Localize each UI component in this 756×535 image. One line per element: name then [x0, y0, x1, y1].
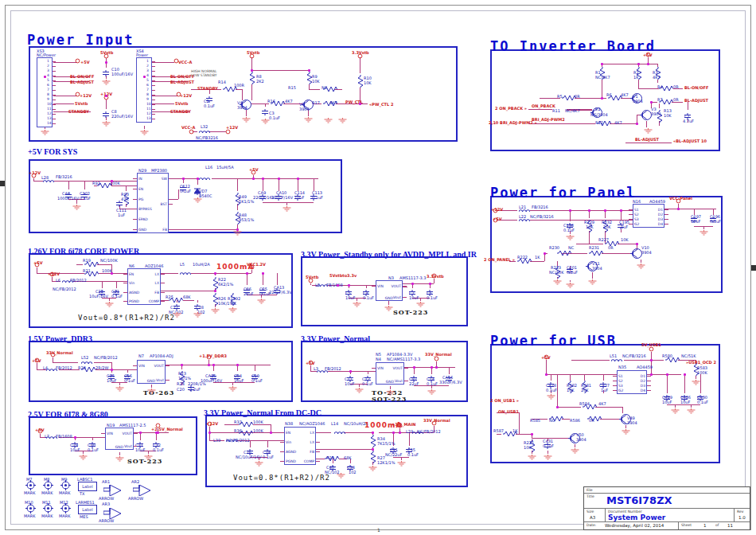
resistor-icon [357, 75, 364, 88]
power-port-icon [34, 357, 40, 363]
wire [667, 404, 700, 405]
wire [309, 89, 320, 90]
label-10k: 10K [621, 237, 629, 242]
junction-dot [677, 208, 680, 210]
power-port-icon [249, 264, 255, 270]
wire [152, 62, 174, 63]
capacitor-icon [390, 447, 397, 454]
resistor-icon [597, 120, 611, 127]
ic-pin-gnd: GND [376, 380, 404, 384]
resistor-icon [602, 220, 609, 232]
wire [696, 376, 696, 379]
title-block: File Title MST6I78ZX Size A3 Document Nu… [583, 486, 750, 530]
power-port-icon [225, 129, 231, 135]
ground-icon [337, 473, 345, 478]
resistor-icon [97, 182, 111, 189]
wire [94, 362, 111, 363]
junction-dot [399, 432, 401, 434]
ground-icon [105, 302, 114, 307]
inductor-icon [611, 358, 622, 363]
label-10uh-2a: 10uH/2A [193, 262, 210, 267]
wire [528, 123, 595, 124]
wire [605, 210, 606, 218]
ground-icon [397, 461, 406, 467]
capacitor-icon [427, 290, 434, 296]
ground-icon [571, 448, 579, 454]
junction-dot [181, 364, 183, 366]
wire [672, 102, 683, 103]
ic-pin-stub [123, 283, 127, 283]
resistor-icon [655, 67, 661, 80]
wire [700, 374, 701, 393]
resistor-icon [370, 451, 376, 463]
ic-pin-vout: VOUT [153, 364, 164, 368]
inductor-icon [46, 368, 57, 373]
capacitor-icon [72, 442, 79, 448]
inductor-icon [519, 209, 530, 213]
junction-dot [650, 359, 653, 361]
wire [557, 374, 558, 407]
connector-pin-number: 5 [146, 78, 149, 82]
capacitor-icon [544, 443, 551, 449]
wire [251, 57, 252, 70]
section-title-2v5: 2.5V FOR 6I78 & 8G80 [28, 410, 108, 419]
ground-icon [261, 119, 270, 124]
capacitor-icon [173, 304, 181, 310]
wire [618, 244, 637, 244]
ic-pin-stub [133, 209, 137, 209]
label-100k: 100K [253, 428, 263, 433]
wire [83, 451, 84, 454]
connector-pin-stub [152, 104, 155, 105]
label-68k: 68K [183, 295, 191, 299]
ic-pin-g2: G2 [618, 389, 623, 392]
resistor-icon [212, 277, 219, 290]
resistor-icon [325, 455, 339, 462]
ic-pin-stub [161, 283, 165, 283]
capacitor-icon [137, 442, 144, 448]
wire [368, 371, 368, 374]
label--12v: +12V [80, 93, 92, 98]
transistor-icon [240, 98, 253, 111]
wire [53, 96, 77, 96]
ic-pin-lx: LX [303, 440, 314, 444]
label-l52: L52 [81, 355, 88, 360]
wire [570, 210, 571, 221]
wire [314, 178, 314, 191]
wire [530, 261, 544, 262]
wire [197, 300, 198, 303]
zone-mark-right [751, 265, 756, 271]
capacitor-icon [247, 449, 254, 455]
capacitor-icon [65, 193, 72, 199]
power-port-icon [493, 217, 498, 223]
capacitor-icon [234, 374, 241, 381]
transistor-icon [586, 260, 599, 273]
wire [263, 273, 263, 285]
ground-icon [228, 386, 237, 392]
power-port-icon [50, 352, 56, 357]
ic-pin-g2: G2 [634, 222, 639, 226]
wire [360, 57, 360, 73]
capacitor-icon [259, 288, 267, 295]
ic-pin-stub [647, 385, 651, 386]
junction-dot [372, 432, 374, 434]
label-fb-3216: FB/3216 [56, 174, 72, 179]
capacitor-icon [600, 382, 607, 389]
ic-pin-stub [101, 433, 105, 434]
power-port-icon [645, 52, 651, 57]
ic-pin-stub [664, 224, 668, 225]
resistor-icon [693, 363, 699, 376]
label-1k: 1K [535, 255, 540, 260]
ic-pin-vout: VOUT [390, 284, 401, 288]
capacitor-icon [618, 223, 625, 229]
sheet-label: Sheet [681, 523, 692, 527]
ic-pin-stub [280, 451, 284, 452]
wire [595, 407, 622, 408]
resistor-icon [84, 271, 99, 277]
wire [92, 437, 93, 440]
wire [298, 178, 298, 191]
label-n35: N35 [618, 365, 626, 369]
wire [316, 459, 325, 459]
ground-icon [566, 235, 575, 240]
wire [178, 189, 179, 199]
ic-pin-stub [166, 380, 170, 381]
